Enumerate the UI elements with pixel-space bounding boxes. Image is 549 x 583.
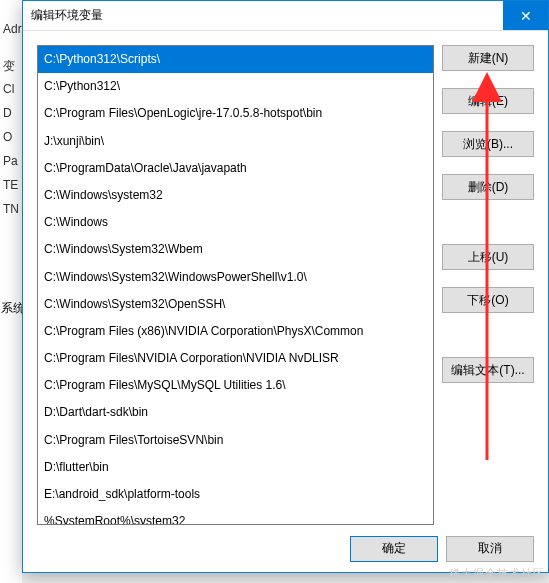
path-item[interactable]: C:\ProgramData\Oracle\Java\javapath — [38, 155, 433, 182]
move-up-button[interactable]: 上移(U) — [442, 244, 534, 270]
titlebar: 编辑环境变量 ✕ — [23, 1, 548, 31]
ok-button[interactable]: 确定 — [350, 536, 438, 562]
dialog-body: C:\Python312\Scripts\C:\Python312\C:\Pro… — [23, 31, 548, 525]
path-item[interactable]: D:\Dart\dart-sdk\bin — [38, 399, 433, 426]
path-item[interactable]: C:\Program Files\NVIDIA Corporation\NVID… — [38, 345, 433, 372]
edit-button[interactable]: 编辑(E) — [442, 88, 534, 114]
path-listbox[interactable]: C:\Python312\Scripts\C:\Python312\C:\Pro… — [37, 45, 434, 525]
dialog-footer: 确定 取消 — [23, 525, 548, 572]
bg-label: O — [0, 130, 22, 154]
bg-label: Pa — [0, 154, 22, 178]
cancel-button[interactable]: 取消 — [446, 536, 534, 562]
path-item[interactable]: C:\Program Files\MySQL\MySQL Utilities 1… — [38, 372, 433, 399]
dialog-title: 编辑环境变量 — [23, 7, 503, 24]
path-item[interactable]: C:\Windows — [38, 209, 433, 236]
bg-label: TE — [0, 178, 22, 202]
path-item[interactable]: C:\Python312\Scripts\ — [38, 46, 433, 73]
watermark: 稀土掘金技术社区 — [449, 566, 545, 581]
bg-label: Cl — [0, 82, 22, 106]
edit-env-var-dialog: 编辑环境变量 ✕ C:\Python312\Scripts\C:\Python3… — [22, 0, 549, 573]
side-buttons: 新建(N) 编辑(E) 浏览(B)... 删除(D) 上移(U) 下移(O) 编… — [442, 45, 534, 525]
edit-text-button[interactable]: 编辑文本(T)... — [442, 357, 534, 383]
path-item[interactable]: %SystemRoot%\system32 — [38, 508, 433, 525]
bg-label: Adr — [0, 22, 22, 46]
background-left-panel: Adr 变 Cl D O Pa TE TN — [0, 0, 22, 583]
path-item[interactable]: E:\android_sdk\platform-tools — [38, 481, 433, 508]
path-item[interactable]: C:\Windows\System32\WindowsPowerShell\v1… — [38, 264, 433, 291]
close-icon: ✕ — [520, 8, 532, 24]
browse-button[interactable]: 浏览(B)... — [442, 131, 534, 157]
move-down-button[interactable]: 下移(O) — [442, 287, 534, 313]
path-item[interactable]: C:\Program Files\OpenLogic\jre-17.0.5.8-… — [38, 100, 433, 127]
path-item[interactable]: C:\Program Files\TortoiseSVN\bin — [38, 427, 433, 454]
path-item[interactable]: C:\Program Files (x86)\NVIDIA Corporatio… — [38, 318, 433, 345]
bg-label: TN — [0, 202, 22, 226]
path-item[interactable]: J:\xunji\bin\ — [38, 128, 433, 155]
delete-button[interactable]: 删除(D) — [442, 174, 534, 200]
path-item[interactable]: D:\flutter\bin — [38, 454, 433, 481]
new-button[interactable]: 新建(N) — [442, 45, 534, 71]
close-button[interactable]: ✕ — [503, 1, 548, 30]
bg-label: 变 — [0, 58, 22, 82]
bg-label: D — [0, 106, 22, 130]
path-item[interactable]: C:\Windows\System32\OpenSSH\ — [38, 291, 433, 318]
path-item[interactable]: C:\Windows\system32 — [38, 182, 433, 209]
path-item[interactable]: C:\Python312\ — [38, 73, 433, 100]
path-item[interactable]: C:\Windows\System32\Wbem — [38, 236, 433, 263]
